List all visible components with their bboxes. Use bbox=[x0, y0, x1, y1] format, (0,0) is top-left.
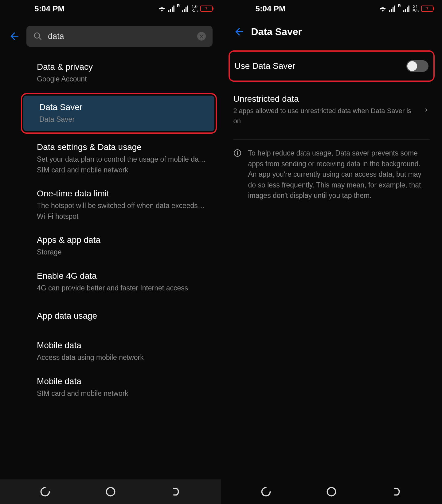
result-mobile-data-1[interactable]: Mobile data Access data using mobile net… bbox=[0, 334, 221, 370]
page-title: Data Saver bbox=[251, 26, 302, 37]
result-title: Data Saver bbox=[39, 102, 206, 112]
back-arrow-icon[interactable] bbox=[233, 26, 245, 37]
info-text: To help reduce data usage, Data saver pr… bbox=[248, 148, 430, 201]
highlight-annotation: Data Saver Data Saver bbox=[21, 93, 217, 134]
search-box[interactable] bbox=[26, 26, 213, 47]
result-subtitle: SIM card and mobile network bbox=[37, 388, 213, 399]
result-title: Mobile data bbox=[37, 376, 213, 386]
toggle-knob bbox=[407, 61, 417, 71]
status-bar-right: 5:04 PM R 31 B/s 7 bbox=[221, 0, 442, 17]
result-one-time-limit[interactable]: One-time data limit The hotspot will be … bbox=[0, 182, 221, 228]
result-subtitle: Set your data plan to control the usage … bbox=[37, 154, 213, 175]
status-bar-left: 5:04 PM R 1.6 K/s 7 bbox=[0, 0, 221, 17]
info-row: To help reduce data usage, Data saver pr… bbox=[221, 147, 442, 202]
result-subtitle: 4G can provide better and faster Interne… bbox=[37, 283, 213, 293]
home-icon[interactable] bbox=[326, 486, 337, 497]
close-icon bbox=[199, 34, 204, 39]
data-saver-content: Use Data Saver Unrestricted data 2 apps … bbox=[221, 46, 442, 479]
wifi-icon bbox=[379, 6, 387, 12]
result-mobile-data-2[interactable]: Mobile data SIM card and mobile network bbox=[0, 370, 221, 406]
status-time: 5:04 PM bbox=[9, 4, 65, 14]
battery-icon: 7 bbox=[200, 6, 213, 12]
data-saver-toggle[interactable] bbox=[406, 60, 428, 72]
unrestricted-data-row[interactable]: Unrestricted data 2 apps allowed to use … bbox=[221, 86, 442, 134]
result-data-saver[interactable]: Data Saver Data Saver bbox=[23, 96, 214, 132]
svg-line-1 bbox=[39, 37, 41, 40]
result-subtitle: Access data using mobile network bbox=[37, 352, 213, 363]
result-subtitle: Google Account bbox=[37, 74, 213, 85]
svg-point-2 bbox=[106, 488, 115, 496]
signal-icon-2 bbox=[182, 6, 189, 12]
battery-icon: 7 bbox=[421, 6, 433, 12]
chevron-right-icon bbox=[423, 107, 430, 113]
svg-point-5 bbox=[237, 151, 238, 152]
unrestricted-title: Unrestricted data bbox=[233, 94, 417, 104]
back-nav-icon[interactable] bbox=[391, 486, 402, 497]
search-input[interactable] bbox=[48, 32, 192, 41]
result-subtitle: Data Saver bbox=[39, 114, 206, 125]
toggle-label: Use Data Saver bbox=[235, 61, 407, 71]
signal-icon-2 bbox=[403, 6, 410, 12]
info-icon bbox=[233, 148, 241, 201]
back-nav-icon[interactable] bbox=[170, 486, 182, 497]
result-title: One-time data limit bbox=[37, 189, 213, 199]
roaming-indicator: R bbox=[398, 3, 401, 8]
clear-search-button[interactable] bbox=[197, 32, 206, 41]
nav-bar-right bbox=[221, 479, 442, 504]
result-title: Mobile data bbox=[37, 341, 213, 350]
signal-icon-1 bbox=[168, 6, 175, 12]
svg-point-0 bbox=[34, 33, 40, 38]
result-data-privacy[interactable]: Data & privacy Google Account bbox=[0, 55, 221, 91]
wifi-icon bbox=[158, 6, 166, 12]
recent-apps-icon[interactable] bbox=[40, 486, 51, 497]
result-title: Apps & app data bbox=[37, 235, 213, 245]
highlight-annotation-toggle: Use Data Saver bbox=[229, 50, 435, 82]
nav-bar-left bbox=[0, 479, 221, 504]
result-enable-4g[interactable]: Enable 4G data 4G can provide better and… bbox=[0, 264, 221, 300]
use-data-saver-row[interactable]: Use Data Saver bbox=[235, 61, 407, 71]
result-app-data-usage[interactable]: App data usage bbox=[0, 300, 221, 334]
unrestricted-subtitle: 2 apps allowed to use unrestricted data … bbox=[233, 106, 417, 126]
search-header bbox=[0, 17, 221, 55]
result-title: App data usage bbox=[37, 311, 213, 321]
status-time: 5:04 PM bbox=[230, 4, 286, 14]
speed-indicator-left: 1.6 K/s bbox=[191, 4, 198, 13]
back-arrow-icon[interactable] bbox=[9, 30, 20, 42]
result-subtitle: Storage bbox=[37, 247, 213, 258]
speed-indicator-right: 31 B/s bbox=[413, 4, 419, 13]
search-icon bbox=[33, 32, 42, 41]
result-apps-data[interactable]: Apps & app data Storage bbox=[0, 228, 221, 264]
status-icons-right: R 31 B/s 7 bbox=[379, 4, 433, 13]
signal-icon-1 bbox=[389, 6, 396, 12]
recent-apps-icon[interactable] bbox=[260, 486, 272, 497]
result-title: Data & privacy bbox=[37, 62, 213, 72]
result-data-settings[interactable]: Data settings & Data usage Set your data… bbox=[0, 136, 221, 182]
home-icon[interactable] bbox=[105, 486, 116, 497]
search-results: Data & privacy Google Account Data Saver… bbox=[0, 55, 221, 479]
result-title: Enable 4G data bbox=[37, 271, 213, 281]
roaming-indicator: R bbox=[177, 3, 180, 8]
divider bbox=[233, 140, 430, 140]
page-header: Data Saver bbox=[221, 17, 442, 46]
result-title: Data settings & Data usage bbox=[37, 142, 213, 152]
status-icons-left: R 1.6 K/s 7 bbox=[158, 4, 213, 13]
result-subtitle: The hotspot will be switched off when da… bbox=[37, 200, 213, 222]
svg-point-6 bbox=[327, 488, 336, 496]
